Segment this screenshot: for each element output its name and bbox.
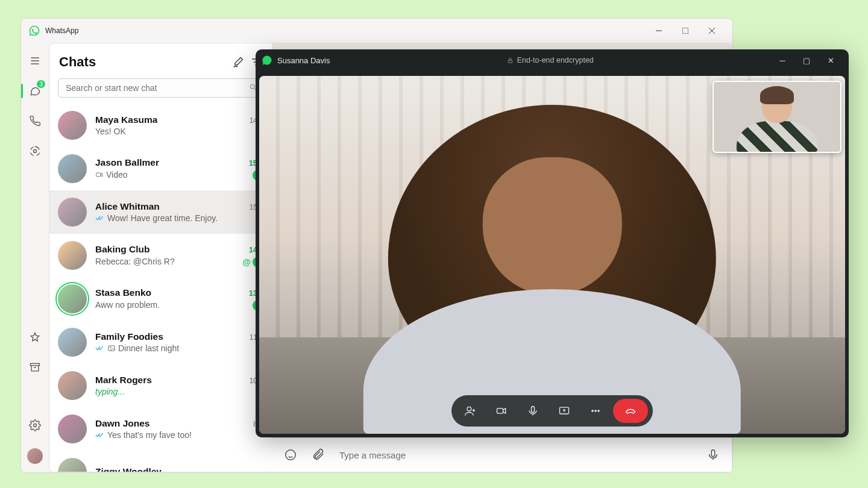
chat-item[interactable]: Ziggy Woodley (49, 451, 272, 472)
hangup-button[interactable] (613, 399, 648, 423)
chat-preview: Yes that's my fave too! (107, 430, 192, 440)
video-icon (95, 170, 104, 179)
close-button[interactable] (699, 22, 725, 40)
chat-avatar (58, 241, 87, 270)
new-chat-icon[interactable] (232, 56, 244, 68)
chat-item[interactable]: Maya Kasuma14:5 Yes! OK (49, 104, 272, 147)
mic-icon (527, 405, 539, 417)
maximize-button[interactable] (672, 22, 699, 40)
search-input[interactable] (58, 78, 263, 98)
toggle-video-button[interactable] (488, 399, 515, 423)
svg-point-11 (467, 407, 471, 411)
mic-icon[interactable] (706, 448, 720, 461)
share-screen-icon (558, 405, 570, 417)
chat-item[interactable]: Baking Club14:4 Rebecca: @Chris R? @ (49, 234, 272, 277)
chat-item[interactable]: Stasa Benko13:5 Aww no problem. (49, 277, 272, 321)
lock-icon (507, 57, 514, 64)
chat-list: Maya Kasuma14:5 Yes! OK Jason Ballmer15:… (49, 104, 272, 472)
chat-avatar (58, 328, 87, 357)
chat-name: Stasa Benko (95, 287, 151, 298)
svg-rect-0 (682, 28, 688, 34)
nav-calls[interactable] (21, 114, 49, 128)
chat-name: Ziggy Woodley (95, 466, 162, 472)
chat-avatar (58, 371, 87, 400)
nav-rail: 3 (21, 43, 49, 472)
chat-avatar (58, 414, 87, 443)
chat-name: Maya Kasuma (95, 114, 157, 125)
whatsapp-logo-icon (262, 55, 272, 66)
toggle-mic-button[interactable] (519, 399, 547, 423)
chat-item[interactable]: Alice Whitman15:1 Wow! Have great time. … (49, 190, 272, 234)
chat-preview: Rebecca: @Chris R? (95, 257, 175, 266)
svg-point-17 (598, 410, 599, 411)
read-check-icon (95, 214, 105, 222)
whatsapp-logo-icon (28, 25, 40, 37)
nav-starred[interactable] (21, 330, 49, 345)
chat-preview: Video (106, 170, 128, 180)
chat-avatar (58, 458, 87, 472)
add-participant-button[interactable] (456, 399, 484, 423)
attach-icon[interactable] (312, 448, 325, 461)
call-titlebar: Susanna Davis End-to-end endcrypted ─ ▢ … (256, 49, 849, 71)
chat-name: Alice Whitman (95, 201, 160, 212)
profile-avatar[interactable] (27, 448, 43, 464)
chats-sidebar: Chats Maya Kasuma14:5 Yes! OK Jason Ball… (49, 43, 272, 472)
svg-rect-5 (96, 173, 101, 177)
call-close-button[interactable]: ✕ (819, 56, 843, 65)
chats-badge: 3 (37, 80, 45, 88)
chat-avatar (58, 111, 87, 140)
chat-preview: Wow! Have great time. Enjoy. (107, 213, 218, 223)
mention-icon: @ (242, 257, 251, 267)
svg-point-4 (250, 84, 254, 89)
hangup-icon (624, 405, 637, 417)
gear-icon (29, 419, 41, 431)
menu-icon (29, 55, 41, 67)
status-icon (29, 145, 41, 157)
chat-item[interactable]: Jason Ballmer15:2 Video (49, 147, 272, 190)
chat-name: Family Foodies (95, 331, 163, 342)
message-input[interactable] (339, 450, 692, 460)
nav-menu[interactable] (21, 54, 49, 68)
titlebar: WhatsApp (21, 19, 732, 43)
phone-icon (29, 115, 41, 127)
app-title: WhatsApp (45, 27, 78, 35)
svg-point-1 (34, 150, 37, 153)
svg-rect-10 (508, 60, 512, 63)
svg-rect-2 (31, 363, 40, 365)
chat-preview: typing... (95, 387, 125, 396)
chat-preview: Dinner last night (118, 343, 179, 353)
call-maximize-button[interactable]: ▢ (794, 56, 819, 65)
call-contact-name: Susanna Davis (277, 56, 330, 65)
search-container (58, 78, 263, 98)
chat-preview: Aww no problem. (95, 300, 160, 310)
nav-archive[interactable] (21, 360, 49, 375)
chat-name: Mark Rogers (95, 375, 152, 386)
svg-rect-9 (711, 450, 715, 457)
emoji-icon[interactable] (284, 448, 297, 461)
chat-avatar (58, 198, 87, 227)
svg-rect-13 (532, 407, 535, 413)
call-minimize-button[interactable]: ─ (770, 56, 794, 65)
star-icon (29, 331, 41, 343)
chat-name: Jason Ballmer (95, 157, 159, 168)
svg-point-16 (595, 410, 596, 411)
self-video-pip[interactable] (712, 81, 841, 153)
svg-rect-6 (108, 346, 115, 351)
minimize-button[interactable] (646, 22, 672, 40)
chat-avatar (58, 154, 87, 183)
svg-point-8 (286, 450, 296, 460)
chat-item[interactable]: Family Foodies11:2 Dinner last night (49, 321, 272, 364)
chat-avatar (58, 284, 87, 313)
read-check-icon (95, 345, 105, 352)
nav-chats[interactable]: 3 (21, 84, 49, 98)
share-screen-button[interactable] (550, 399, 578, 423)
video-icon (495, 405, 508, 417)
chat-item[interactable]: Mark Rogers10:5 typing... (49, 364, 272, 407)
nav-status[interactable] (21, 144, 49, 158)
chat-item[interactable]: Dawn Jones8:3 Yes that's my fave too! (49, 407, 272, 451)
svg-rect-12 (497, 408, 503, 413)
more-options-button[interactable] (582, 399, 609, 423)
nav-settings[interactable] (21, 418, 49, 433)
archive-icon (29, 361, 41, 374)
chat-preview: Yes! OK (95, 127, 126, 136)
